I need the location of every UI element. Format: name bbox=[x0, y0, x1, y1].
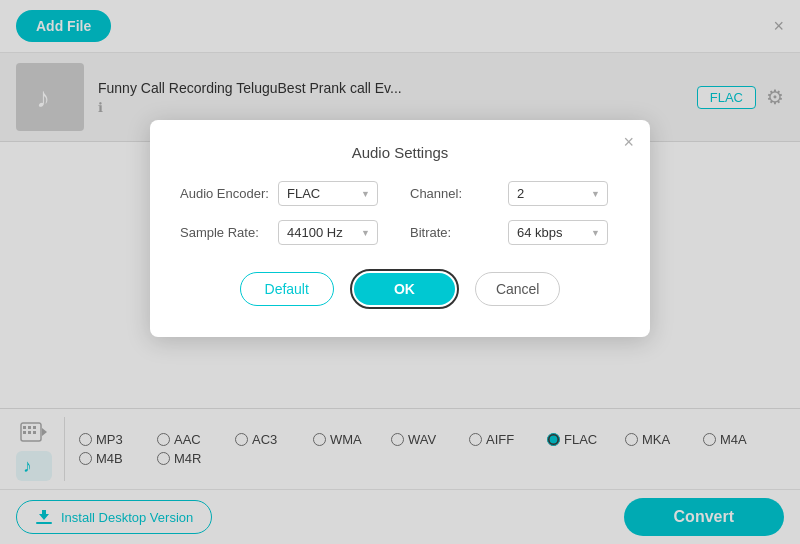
audio-encoder-select-wrapper: FLAC bbox=[278, 181, 378, 206]
channel-row: Channel: 2 bbox=[410, 181, 620, 206]
audio-encoder-row: Audio Encoder: FLAC bbox=[180, 181, 390, 206]
bitrate-row: Bitrate: 64 kbps bbox=[410, 220, 620, 245]
ok-button-wrapper: OK bbox=[350, 269, 459, 309]
bitrate-select-wrapper: 64 kbps bbox=[508, 220, 608, 245]
ok-button[interactable]: OK bbox=[354, 273, 455, 305]
modal-overlay: × Audio Settings Audio Encoder: FLAC Cha… bbox=[0, 0, 800, 544]
channel-select-wrapper: 2 bbox=[508, 181, 608, 206]
channel-select[interactable]: 2 bbox=[508, 181, 608, 206]
channel-label: Channel: bbox=[410, 186, 500, 201]
modal-title: Audio Settings bbox=[180, 144, 620, 161]
settings-grid: Audio Encoder: FLAC Channel: 2 Sample bbox=[180, 181, 620, 245]
modal-actions: Default OK Cancel bbox=[180, 269, 620, 309]
sample-rate-select[interactable]: 44100 Hz bbox=[278, 220, 378, 245]
sample-rate-label: Sample Rate: bbox=[180, 225, 270, 240]
modal-close-icon[interactable]: × bbox=[623, 132, 634, 153]
audio-encoder-label: Audio Encoder: bbox=[180, 186, 270, 201]
audio-encoder-select[interactable]: FLAC bbox=[278, 181, 378, 206]
sample-rate-select-wrapper: 44100 Hz bbox=[278, 220, 378, 245]
bitrate-label: Bitrate: bbox=[410, 225, 500, 240]
cancel-button[interactable]: Cancel bbox=[475, 272, 561, 306]
audio-settings-modal: × Audio Settings Audio Encoder: FLAC Cha… bbox=[150, 120, 650, 337]
default-button[interactable]: Default bbox=[240, 272, 334, 306]
bitrate-select[interactable]: 64 kbps bbox=[508, 220, 608, 245]
sample-rate-row: Sample Rate: 44100 Hz bbox=[180, 220, 390, 245]
